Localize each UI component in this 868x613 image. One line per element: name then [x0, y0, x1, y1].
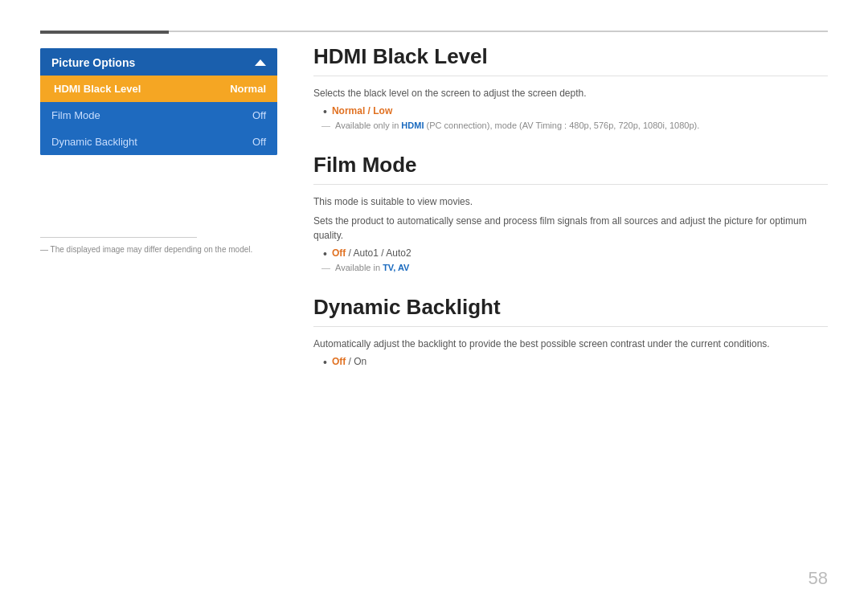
film-bullet: • Off / Auto1 / Auto2: [323, 247, 828, 260]
film-highlight: Off: [332, 247, 346, 259]
hdmi-note-text: Available only in HDMI (PC connection), …: [335, 121, 699, 130]
note-dash: —: [321, 121, 330, 130]
note-dash: —: [321, 263, 330, 272]
top-accent: [40, 31, 169, 34]
hdmi-note-highlight: HDMI: [401, 121, 424, 130]
left-panel: Picture Options HDMI Black Level Normal …: [40, 48, 277, 155]
page-number: 58: [809, 568, 828, 589]
menu-item-value: Off: [252, 136, 266, 148]
hdmi-bullet-text: Normal / Low: [332, 105, 392, 116]
dynamic-desc: Automatically adjust the backlight to pr…: [313, 337, 828, 351]
picture-options-menu: Picture Options HDMI Black Level Normal …: [40, 48, 277, 155]
film-desc2: Sets the product to automatically sense …: [313, 214, 828, 243]
menu-item-hdmi[interactable]: HDMI Black Level Normal: [40, 76, 277, 102]
dynamic-bullet-text: Off / On: [332, 356, 366, 367]
film-bullet-text: Off / Auto1 / Auto2: [332, 247, 411, 259]
hdmi-section: HDMI Black Level Selects the black level…: [313, 44, 828, 130]
dynamic-suffix: / On: [346, 356, 366, 367]
film-section: Film Mode This mode is suitable to view …: [313, 153, 828, 272]
hdmi-note: — Available only in HDMI (PC connection)…: [321, 121, 828, 130]
film-note-highlight: TV, AV: [383, 263, 409, 272]
film-title: Film Mode: [313, 153, 828, 185]
menu-item-film[interactable]: Film Mode Off: [40, 102, 277, 129]
hdmi-bullet: • Normal / Low: [323, 105, 828, 117]
menu-item-value: Off: [252, 109, 266, 121]
menu-item-label: HDMI Black Level: [54, 83, 141, 95]
dynamic-title: Dynamic Backlight: [313, 295, 828, 327]
bullet-dot: •: [323, 248, 327, 260]
hdmi-title: HDMI Black Level: [313, 44, 828, 76]
menu-item-label: Film Mode: [51, 109, 100, 121]
dynamic-highlight: Off: [332, 356, 346, 367]
menu-item-dynamic[interactable]: Dynamic Backlight Off: [40, 129, 277, 155]
dynamic-section: Dynamic Backlight Automatically adjust t…: [313, 295, 828, 368]
bullet-dot: •: [323, 357, 327, 368]
hdmi-desc: Selects the black level on the screen to…: [313, 86, 828, 100]
footnote-dash: ―: [40, 245, 51, 254]
film-note-text: Available in TV, AV: [335, 263, 409, 272]
bullet-dot: •: [323, 106, 327, 117]
menu-title-bar: Picture Options: [40, 48, 277, 76]
footnote-text: ― The displayed image may differ dependi…: [40, 245, 252, 254]
menu-item-value: Normal: [230, 83, 266, 95]
chevron-up-icon: [255, 59, 266, 66]
film-suffix: / Auto1 / Auto2: [346, 247, 411, 259]
menu-item-label: Dynamic Backlight: [51, 136, 137, 148]
right-content: HDMI Black Level Selects the black level…: [313, 44, 828, 390]
hdmi-highlight: Normal / Low: [332, 105, 392, 116]
menu-title-text: Picture Options: [51, 56, 135, 69]
film-note: — Available in TV, AV: [321, 263, 828, 272]
dynamic-bullet: • Off / On: [323, 356, 828, 368]
section-divider: [40, 237, 197, 238]
film-desc1: This mode is suitable to view movies.: [313, 194, 828, 209]
